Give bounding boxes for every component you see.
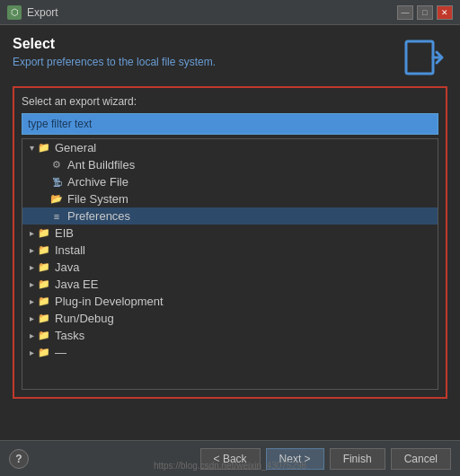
tree-label-rundebug: Run/Debug: [55, 312, 114, 325]
cancel-button[interactable]: Cancel: [391, 448, 451, 470]
expand-arrow-eib[interactable]: ▸: [26, 228, 37, 238]
finish-button[interactable]: Finish: [330, 448, 385, 470]
window-title: Export: [27, 6, 397, 19]
tree-item-eib[interactable]: ▸ 📁 EIB: [22, 225, 438, 242]
tree-label-tasks: Tasks: [55, 329, 84, 342]
app-icon: ⬡: [7, 5, 22, 20]
folder-icon-filesystem: 📂: [49, 193, 64, 206]
tree-label-plugindev: Plug-in Development: [55, 295, 164, 308]
tree-label-install: Install: [55, 243, 85, 257]
wizard-selection-area: Select an export wizard: ▾ 📁 General ⚙ A…: [13, 86, 447, 399]
folder-icon-javaee: 📁: [37, 278, 51, 291]
folder-icon-install: 📁: [37, 244, 51, 257]
tree-item-general[interactable]: ▾ 📁 General: [22, 139, 438, 156]
tree-item-tasks[interactable]: ▸ 📁 Tasks: [22, 327, 438, 344]
expand-arrow-plugindev[interactable]: ▸: [26, 296, 37, 306]
tree-item-file-system[interactable]: 📂 File System: [22, 190, 438, 207]
file-icon-archive: 🗜: [49, 176, 64, 189]
file-icon-preferences: ≡: [49, 210, 64, 223]
tree-item-rundebug[interactable]: ▸ 📁 Run/Debug: [22, 310, 438, 327]
folder-icon-dash: 📁: [37, 347, 51, 359]
filter-input[interactable]: [22, 113, 438, 135]
folder-icon-eib: 📁: [37, 227, 51, 240]
help-button[interactable]: ?: [9, 449, 29, 469]
tree-label-java: Java: [55, 260, 79, 274]
expand-arrow-dash[interactable]: ▸: [26, 348, 37, 357]
tree-item-dash[interactable]: ▸ 📁 —: [22, 344, 438, 361]
tree-item-java[interactable]: ▸ 📁 Java: [22, 259, 438, 276]
close-button[interactable]: ✕: [437, 5, 453, 20]
tree-label-filesystem: File System: [67, 192, 128, 206]
dialog-header: Select Export preferences to the local f…: [13, 36, 447, 79]
expand-arrow-tasks[interactable]: ▸: [26, 331, 37, 340]
folder-icon-general: 📁: [37, 142, 51, 154]
tree-label-ant: Ant Buildfiles: [67, 158, 135, 172]
folder-icon-tasks: 📁: [37, 330, 51, 342]
expand-arrow-rundebug[interactable]: ▸: [26, 313, 37, 323]
export-icon: [401, 36, 447, 79]
tree-item-plugin-dev[interactable]: ▸ 📁 Plug-in Development: [22, 293, 438, 310]
watermark: https://blog.csdn.net/weixin_43075298: [154, 461, 306, 471]
tree-label-dash: —: [55, 346, 66, 359]
tree-item-preferences[interactable]: ≡ Preferences: [22, 207, 438, 225]
tree-label-preferences: Preferences: [67, 209, 130, 223]
tree-item-archive-file[interactable]: 🗜 Archive File: [22, 173, 438, 190]
wizard-label: Select an export wizard:: [22, 95, 438, 108]
file-icon-ant: ⚙: [49, 159, 64, 172]
tree-label-eib: EIB: [55, 226, 74, 240]
header-text: Select Export preferences to the local f…: [13, 36, 216, 68]
tree-item-install[interactable]: ▸ 📁 Install: [22, 242, 438, 259]
tree-item-ant-buildfiles[interactable]: ⚙ Ant Buildfiles: [22, 156, 438, 173]
tree-label-general: General: [55, 141, 96, 154]
tree-label-javaee: Java EE: [55, 278, 98, 291]
expand-arrow-general[interactable]: ▾: [26, 143, 37, 153]
folder-icon-rundebug: 📁: [37, 313, 51, 325]
tree-item-java-ee[interactable]: ▸ 📁 Java EE: [22, 276, 438, 293]
dialog-content: Select Export preferences to the local f…: [0, 25, 460, 399]
tree-container[interactable]: ▾ 📁 General ⚙ Ant Buildfiles 🗜 Archive F…: [22, 138, 438, 390]
folder-icon-plugindev: 📁: [37, 295, 51, 308]
maximize-button[interactable]: □: [417, 5, 433, 20]
folder-icon-java: 📁: [37, 261, 51, 274]
title-bar: ⬡ Export — □ ✕: [0, 0, 460, 25]
tree-label-archive: Archive File: [67, 175, 128, 189]
page-subtitle: Export preferences to the local file sys…: [13, 56, 216, 68]
expand-arrow-java[interactable]: ▸: [26, 262, 37, 272]
bottom-bar: ? https://blog.csdn.net/weixin_43075298 …: [0, 440, 460, 476]
expand-arrow-install[interactable]: ▸: [26, 245, 37, 255]
window-controls: — □ ✕: [397, 5, 453, 20]
svg-rect-0: [406, 41, 433, 74]
page-title: Select: [13, 36, 216, 52]
expand-arrow-javaee[interactable]: ▸: [26, 279, 37, 289]
minimize-button[interactable]: —: [397, 5, 413, 20]
